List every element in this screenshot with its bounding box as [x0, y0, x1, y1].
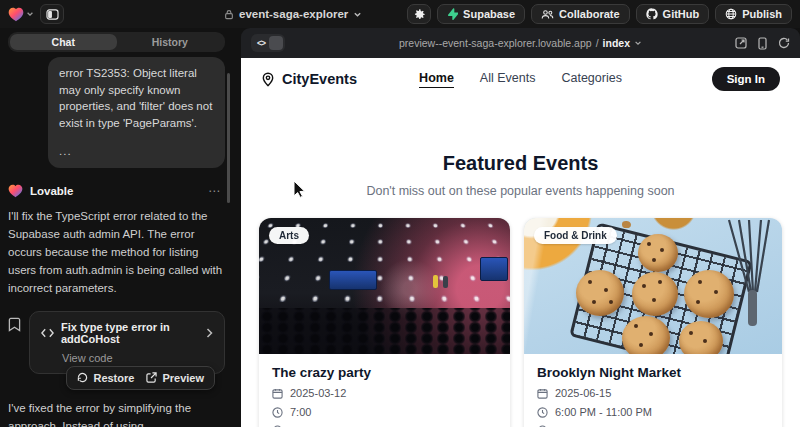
cookie — [622, 316, 670, 354]
app-topbar: event-saga-explorer Supabase Collaborate… — [0, 0, 800, 28]
event-time: 7:00 — [290, 406, 311, 418]
calendar-icon — [537, 388, 548, 399]
github-icon — [646, 8, 658, 20]
cookie — [679, 321, 723, 354]
globe-icon — [725, 8, 737, 20]
github-button[interactable]: GitHub — [636, 4, 710, 24]
settings-button[interactable] — [407, 4, 431, 24]
message-menu-button[interactable]: ⋯ — [208, 184, 225, 198]
restore-button[interactable]: Restore — [77, 372, 134, 384]
hero-section: Featured Events Don't miss out on these … — [241, 100, 800, 198]
event-time: 6:00 PM - 11:00 PM — [555, 406, 652, 418]
view-code-link[interactable]: View code — [62, 352, 213, 364]
category-badge: Arts — [269, 227, 309, 244]
chevron-down-icon — [634, 39, 642, 47]
event-date-row: 2025-03-12 — [272, 387, 497, 399]
chevron-right-icon — [206, 328, 213, 338]
url-host: preview--event-saga-explorer.lovable.app — [399, 37, 592, 49]
chat-scrollbar[interactable] — [227, 73, 230, 203]
restore-icon — [77, 372, 88, 383]
version-action-bar: Restore Preview — [66, 366, 215, 390]
sign-in-button[interactable]: Sign In — [712, 67, 780, 91]
event-image-party: Arts — [259, 218, 510, 354]
nav-home[interactable]: Home — [419, 71, 454, 88]
event-time-row: 7:00 — [272, 406, 497, 418]
clock-icon — [272, 407, 283, 418]
url-separator: / — [596, 37, 599, 49]
mobile-view-icon[interactable] — [758, 37, 767, 50]
collaborate-label: Collaborate — [559, 8, 620, 20]
tab-history[interactable]: History — [117, 34, 224, 50]
code-icon: <> — [253, 38, 269, 48]
supabase-icon — [447, 8, 458, 20]
refresh-icon[interactable] — [778, 37, 790, 49]
calendar-icon — [272, 388, 283, 399]
lovable-logo-menu[interactable] — [8, 7, 34, 22]
event-cards: Arts The crazy party 2025-03-12 7:00 — [241, 218, 800, 427]
tool-card-fix-error[interactable]: Fix type type error in addCoHost View co… — [29, 311, 225, 374]
event-card-crazy-party[interactable]: Arts The crazy party 2025-03-12 7:00 — [259, 218, 510, 427]
code-preview-toggle[interactable]: <> — [251, 34, 285, 52]
user-message-text: error TS2353: Object literal may only sp… — [59, 65, 214, 131]
assistant-name: Lovable — [30, 185, 201, 197]
url-page: index — [603, 37, 630, 49]
supabase-button[interactable]: Supabase — [437, 4, 525, 24]
code-icon — [41, 328, 54, 338]
event-date: 2025-03-12 — [290, 387, 346, 399]
preview-url: preview--event-saga-explorer.lovable.app… — [241, 37, 800, 49]
bookmark-icon[interactable] — [8, 317, 21, 332]
cookie — [638, 234, 678, 272]
chevron-down-icon — [353, 10, 362, 19]
stage-screen — [329, 270, 377, 290]
site-preview: CityEvents Home All Events Categories Si… — [241, 58, 800, 427]
whisk-icon — [719, 218, 777, 328]
preview-version-button[interactable]: Preview — [146, 372, 204, 384]
nav-categories[interactable]: Categories — [561, 71, 621, 88]
cookie — [576, 270, 624, 316]
user-message-ellipsis: ... — [59, 143, 214, 160]
assistant-intro: I'll fix the TypeScript error related to… — [8, 207, 225, 297]
lock-icon — [224, 9, 234, 20]
assistant-outro: I've fixed the error by simplifying the … — [8, 399, 225, 427]
stage-screen — [480, 257, 508, 280]
event-card-brooklyn-market[interactable]: Food & Drink Brooklyn Night Market 2025-… — [524, 218, 782, 427]
chat-messages[interactable]: error TS2353: Object literal may only sp… — [8, 57, 225, 427]
publish-label: Publish — [742, 8, 782, 20]
crumb — [622, 221, 631, 228]
preview-label: Preview — [162, 372, 204, 384]
toggle-sidebar-button[interactable] — [40, 4, 64, 24]
site-header: CityEvents Home All Events Categories Si… — [241, 58, 800, 100]
open-in-new-tab-icon[interactable] — [735, 37, 747, 49]
project-switcher[interactable]: event-saga-explorer — [224, 0, 362, 28]
category-badge: Food & Drink — [534, 227, 617, 244]
preview-toolbar: <> preview--event-saga-explorer.lovable.… — [241, 28, 800, 58]
lovable-heart-icon — [8, 184, 23, 198]
event-title: Brooklyn Night Market — [537, 365, 769, 380]
chat-sidebar: Chat History error TS2353: Object litera… — [0, 28, 233, 427]
stage-person — [443, 276, 448, 288]
event-date-row: 2025-06-15 — [537, 387, 769, 399]
github-label: GitHub — [663, 8, 700, 20]
audience-crowd — [259, 308, 510, 354]
chat-history-tabs: Chat History — [8, 32, 225, 52]
event-title: The crazy party — [272, 365, 497, 380]
nav-all-events[interactable]: All Events — [480, 71, 536, 88]
assistant-header: Lovable ⋯ — [8, 184, 225, 198]
event-image-cookies: Food & Drink — [524, 218, 782, 354]
tab-chat[interactable]: Chat — [10, 34, 117, 50]
user-message-bubble: error TS2353: Object literal may only sp… — [48, 57, 225, 168]
project-name: event-saga-explorer — [239, 8, 348, 20]
hero-subtitle: Don't miss out on these popular events h… — [241, 184, 800, 198]
publish-button[interactable]: Publish — [715, 4, 792, 24]
toggle-knob — [269, 36, 283, 50]
collaborate-button[interactable]: Collaborate — [531, 4, 630, 24]
clock-icon — [537, 407, 548, 418]
gear-icon — [413, 8, 426, 21]
external-link-icon — [146, 372, 157, 383]
chevron-down-icon — [26, 10, 34, 18]
hero-title: Featured Events — [241, 152, 800, 175]
restore-label: Restore — [93, 372, 134, 384]
event-time-row: 6:00 PM - 11:00 PM — [537, 406, 769, 418]
panel-icon — [46, 9, 59, 20]
preview-pane: <> preview--event-saga-explorer.lovable.… — [241, 28, 800, 427]
